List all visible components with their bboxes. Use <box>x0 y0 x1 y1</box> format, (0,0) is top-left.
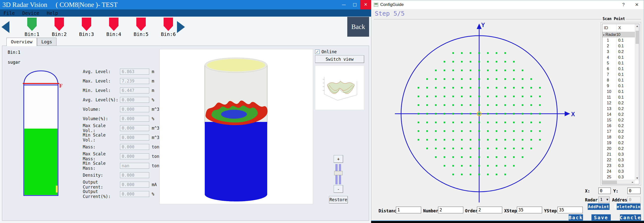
menu-item-device[interactable]: Device <box>22 10 40 16</box>
field-label: Max Scale Mass: <box>83 152 120 161</box>
field-value-box[interactable]: nan <box>120 163 149 169</box>
switch-view-button[interactable]: Switch view <box>315 55 364 63</box>
zoom-in-button[interactable]: + <box>334 155 343 163</box>
menu-item-help[interactable]: Help <box>46 10 58 16</box>
field-row: Mass:0.000ton <box>83 144 160 150</box>
field-unit: m <box>152 69 154 74</box>
field-unit: ton <box>152 154 160 159</box>
field-unit: % <box>152 98 154 102</box>
bin-item[interactable]: Bin:4 <box>100 18 128 37</box>
silo-3d-view[interactable] <box>160 49 313 204</box>
field-label: Density: <box>83 173 120 178</box>
surface-preview-graphic <box>315 66 364 110</box>
prev-bin-arrow-icon[interactable] <box>2 21 10 33</box>
tab-logs[interactable]: Logs <box>37 38 56 46</box>
param-input-distance[interactable]: 1 <box>396 207 421 213</box>
overview-panel: Bin:1 sugar F Avg. Level:6.863mMax. Leve… <box>2 46 369 221</box>
field-row: Avg. Level(%):0.000% <box>83 97 160 103</box>
zoom-slider-handle[interactable] <box>334 171 342 175</box>
cylinder-top-disc <box>207 59 265 71</box>
field-row: Avg. Level:6.863m <box>83 69 160 74</box>
field-value-box[interactable]: 0.000 <box>120 97 149 103</box>
param-label-ystep: YStep: <box>544 208 559 213</box>
field-label: Min Scale Mass: <box>83 161 120 171</box>
scan-point-group-label: Scan Point <box>602 16 626 21</box>
bin-label: Bin:2 <box>52 31 67 37</box>
bin-label: Bin:4 <box>106 31 121 37</box>
maximize-icon[interactable]: □ <box>349 0 360 10</box>
tank-dome <box>24 71 58 85</box>
bin-item[interactable]: Bin:2 <box>46 18 73 37</box>
field-row: Volume(%):0.000% <box>83 116 160 122</box>
bins-row: Bin:1Bin:2Bin:3Bin:4Bin:5Bin:6 <box>18 18 182 37</box>
field-row: Output Current(%):0.000% <box>83 191 160 197</box>
field-value-box[interactable]: 0.000 <box>120 153 149 159</box>
field-label: Min. Level: <box>83 88 120 93</box>
bin-toolbar: Bin:1Bin:2Bin:3Bin:4Bin:5Bin:6 Back <box>0 16 371 38</box>
param-input-number[interactable]: 2 <box>438 207 463 213</box>
bin-item[interactable]: Bin:3 <box>73 18 100 37</box>
params-row: Distance:1Number:2Order:2XStep:35YStep:3… <box>371 0 644 220</box>
field-row: Density:0.000 <box>83 172 160 178</box>
window-title: 3D Radar Vision ( COM8|None )- TEST <box>2 0 118 10</box>
field-value-box[interactable]: 0.000 <box>120 116 149 122</box>
bin-item[interactable]: Bin:1 <box>18 18 46 37</box>
config-guide-window: ConfigGuide ? ✕ Step 5/5 X Y Scan Point … <box>371 0 644 221</box>
field-unit: m^3 <box>152 126 160 130</box>
field-value-box[interactable]: 0.000 <box>120 191 149 197</box>
field-unit: m^3 <box>152 107 160 112</box>
field-label: Output Current: <box>83 180 120 190</box>
wizard-back-button[interactable]: Back <box>569 214 583 220</box>
field-label: Avg. Level(%): <box>83 98 120 102</box>
bin-label: Bin:6 <box>161 31 176 37</box>
field-value-box[interactable]: 0.000 <box>120 182 149 188</box>
taskbar-edge <box>371 221 644 223</box>
window-controls: — □ ✕ <box>338 0 371 10</box>
param-input-ystep[interactable]: 35 <box>558 207 583 213</box>
bin-name-label: Bin:1 <box>8 50 20 55</box>
field-unit: mA <box>152 182 157 187</box>
field-label: Mass: <box>83 144 120 150</box>
save-button[interactable]: Save <box>592 214 611 220</box>
bin-status-icon <box>164 18 173 31</box>
field-value-box[interactable]: 7.239 <box>120 78 149 84</box>
minimize-icon[interactable]: — <box>338 0 349 10</box>
online-checkbox[interactable]: ✓ <box>315 50 320 54</box>
close-icon[interactable]: ✕ <box>360 0 371 10</box>
field-value-box[interactable]: 0.000 <box>120 144 149 150</box>
zoom-out-button[interactable]: - <box>334 185 343 193</box>
bin-label: Bin:3 <box>79 31 94 37</box>
bin-item[interactable]: Bin:5 <box>128 18 155 37</box>
radar-vision-window: 3D Radar Vision ( COM8|None )- TEST — □ … <box>0 0 371 223</box>
param-input-xstep[interactable]: 35 <box>517 207 542 213</box>
menu-item-file[interactable]: File <box>4 10 15 16</box>
restore-button[interactable]: Restore <box>329 196 348 204</box>
field-unit: m <box>152 88 154 93</box>
field-unit: ton <box>152 163 160 168</box>
back-button[interactable]: Back <box>347 17 369 37</box>
field-value-box[interactable]: 0.000 <box>120 172 149 178</box>
silo-3d-graphic <box>160 49 313 204</box>
field-row: Output Current:0.000mA <box>83 182 160 188</box>
bin-status-icon <box>27 18 37 31</box>
param-input-order[interactable]: 2 <box>477 207 502 213</box>
field-unit: % <box>152 116 154 121</box>
bin-status-icon <box>54 18 64 31</box>
field-row: Max. Level:7.239m <box>83 78 160 84</box>
material-label: sugar <box>8 60 20 65</box>
field-value-box[interactable]: 6.863 <box>120 69 149 74</box>
menu-bar: FileDeviceHelp <box>0 10 371 16</box>
field-value-box[interactable]: 0.000 <box>120 134 149 140</box>
bin-label: Bin:5 <box>134 31 148 37</box>
field-row: Min Scale Vol.:0.000m^3 <box>83 134 160 140</box>
field-value-box[interactable]: 6.447 <box>120 88 149 94</box>
cancel-button[interactable]: Cancle <box>620 214 641 220</box>
field-value-box[interactable]: 0.000 <box>120 125 149 131</box>
field-row: Min Scale Mass:nanton <box>83 163 160 169</box>
fields-column: Avg. Level:6.863mMax. Level:7.239mMin. L… <box>83 69 160 200</box>
field-row: Max Scale Mass:0.000ton <box>83 153 160 159</box>
field-label: Min Scale Vol.: <box>83 132 120 142</box>
tab-overview[interactable]: Overview <box>6 38 37 46</box>
field-row: Volume:0.000m^3 <box>83 106 160 112</box>
field-value-box[interactable]: 0.000 <box>120 106 149 112</box>
